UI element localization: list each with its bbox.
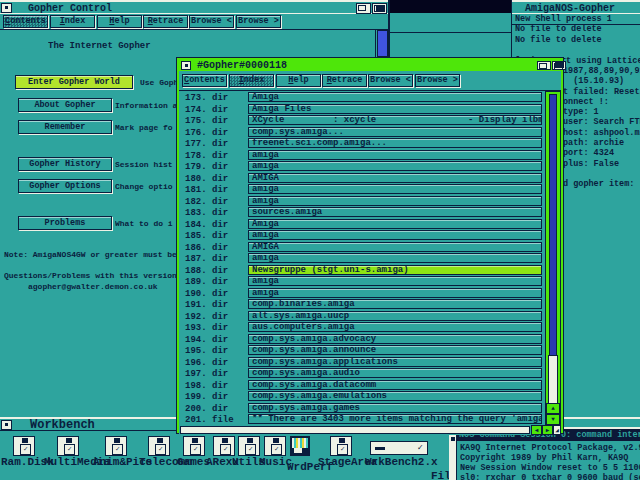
item-title[interactable]: comp.sys.amiga.games: [248, 403, 542, 413]
list-vscrollbar[interactable]: ▲ ▼: [545, 91, 561, 425]
menu-button-contents[interactable]: Contents: [182, 74, 227, 87]
item-number: 184. dir: [185, 220, 228, 230]
menu-button-browse->[interactable]: Browse >: [415, 74, 460, 87]
music-disk-icon[interactable]: [264, 436, 286, 456]
item-title[interactable]: AMIGA: [248, 242, 542, 252]
list-zoom-gadget-icon[interactable]: [537, 61, 551, 70]
item-title[interactable]: comp.sys.amiga.audio: [248, 368, 542, 378]
console-output: KA9Q Internet Protocol Package, v2.9K ( …: [460, 443, 640, 480]
item-title[interactable]: comp.sys.amiga.announce: [248, 345, 542, 355]
item-title[interactable]: ** There are 3403 more items matching th…: [248, 414, 542, 424]
backdrop-window-border-line: [388, 32, 512, 33]
item-number: 185. dir: [185, 231, 228, 241]
item-number: 181. dir: [185, 185, 228, 195]
multimedia-disk-icon[interactable]: [57, 436, 79, 456]
screen: AmigaNOS-Gopher New Shell process 1 No f…: [0, 0, 640, 480]
action-description: Mark page fo: [115, 123, 173, 132]
telecomm-disk-icon[interactable]: [148, 436, 170, 456]
ram-disk-disk-icon[interactable]: [13, 436, 35, 456]
item-title[interactable]: amiga: [248, 276, 542, 286]
item-title[interactable]: AMIGA: [248, 173, 542, 183]
item-title[interactable]: comp.binaries.amiga: [248, 299, 542, 309]
item-title[interactable]: comp.sys.amiga.emulations: [248, 391, 542, 401]
problems-button[interactable]: Problems: [18, 216, 112, 230]
list-titlebar[interactable]: #Gopher#0000118: [179, 60, 561, 71]
menu-button-retrace[interactable]: Retrace: [322, 74, 367, 87]
scroll-down-arrow-icon[interactable]: ▼: [546, 414, 560, 425]
item-number: 182. dir: [185, 197, 228, 207]
item-title[interactable]: amiga: [248, 196, 542, 206]
scroll-right-arrow-icon[interactable]: ▶: [542, 425, 553, 435]
workbench-close-icon[interactable]: [1, 420, 12, 430]
item-number: 189. dir: [185, 277, 228, 287]
anim-pics-disk-icon[interactable]: [105, 436, 127, 456]
list-hscroll-thumb[interactable]: [180, 426, 530, 434]
action-description: Information a: [115, 101, 177, 110]
partial-icon-label: Fil: [431, 471, 451, 480]
item-number: 200. dir: [185, 404, 228, 414]
item-number: 173. dir: [185, 93, 228, 103]
menu-button-help[interactable]: Help: [276, 74, 321, 87]
amiganos-title: AmigaNOS-Gopher: [525, 3, 615, 14]
amiganos-titlebar[interactable]: AmigaNOS-Gopher: [512, 0, 640, 14]
item-title[interactable]: freenet.sci.comp.amiga...: [248, 138, 542, 148]
wrdperf-disk-icon[interactable]: [290, 436, 310, 456]
item-title[interactable]: amiga: [248, 161, 542, 171]
item-number: 199. dir: [185, 392, 228, 402]
utils-disk-icon[interactable]: [238, 436, 260, 456]
item-title[interactable]: comp.sys.amiga.datacomm: [248, 380, 542, 390]
enter-gopher-world-button[interactable]: Enter Gopher World: [15, 75, 133, 89]
item-number: 196. dir: [185, 358, 228, 368]
gopher-options-button[interactable]: Gopher Options: [18, 179, 112, 193]
gopher-list-window: #Gopher#0000118 ContentsIndexHelpRetrace…: [177, 58, 563, 433]
item-number: 175. dir: [185, 116, 228, 126]
console-drag-gadget2-icon[interactable]: [451, 437, 455, 441]
control-contact-line1: Questions/Problems with this version: [4, 271, 177, 280]
item-title[interactable]: Amiga: [248, 219, 542, 229]
list-depth-gadget-icon[interactable]: [552, 61, 566, 70]
menu-button-index[interactable]: Index: [229, 74, 274, 87]
item-title[interactable]: comp.sys.amiga...: [248, 127, 542, 137]
control-vscroll-thumb[interactable]: [377, 30, 388, 57]
resize-gadget-icon[interactable]: ◢: [553, 425, 561, 435]
control-note: Note: AmigaNOS4GW or greater must be: [4, 250, 177, 259]
action-description: Change optio: [115, 182, 173, 191]
item-title[interactable]: sources.amiga: [248, 207, 542, 217]
item-number: 195. dir: [185, 346, 228, 356]
item-number: 194. dir: [185, 335, 228, 345]
item-title[interactable]: comp.sys.amiga.applications: [248, 357, 542, 367]
about-gopher-button[interactable]: About Gopher: [18, 98, 112, 112]
item-number: 179. dir: [185, 162, 228, 172]
item-title[interactable]: aus.computers.amiga: [248, 322, 542, 332]
item-number: 177. dir: [185, 139, 228, 149]
icon-label: WrkBench2.x: [365, 457, 438, 468]
item-title[interactable]: amiga: [248, 184, 542, 194]
item-number: 178. dir: [185, 151, 228, 161]
item-number: 201. file: [185, 415, 234, 425]
item-title[interactable]: Amiga Files: [248, 104, 542, 114]
list-menubar: ContentsIndexHelpRetraceBrowse <Browse >: [179, 71, 561, 91]
wrkbench2-x-disk-icon[interactable]: [370, 441, 428, 455]
item-title[interactable]: amiga: [248, 230, 542, 240]
remember-button[interactable]: Remember: [18, 120, 112, 134]
list-hscrollbar[interactable]: ◀ ▶ ◢: [179, 425, 561, 435]
menu-button-browse-<[interactable]: Browse <: [368, 74, 413, 87]
item-number: 180. dir: [185, 174, 228, 184]
stagearea-disk-icon[interactable]: [330, 436, 352, 456]
item-title[interactable]: Amiga: [248, 92, 542, 102]
item-title[interactable]: comp.sys.amiga.advocacy: [248, 334, 542, 344]
item-title[interactable]: amiga: [248, 150, 542, 160]
control-contact-line2: agopher@gwalter.demon.co.uk: [28, 282, 158, 291]
item-title[interactable]: Newsgruppe (stgt.uni-s.amiga): [248, 265, 542, 275]
item-title[interactable]: XCycle : xcycle - Display ilbm pi: [248, 115, 542, 125]
item-title[interactable]: amiga: [248, 288, 542, 298]
gopher-history-button[interactable]: Gopher History: [18, 157, 112, 171]
item-title[interactable]: alt.sys.amiga.uucp: [248, 311, 542, 321]
item-title[interactable]: amiga: [248, 253, 542, 263]
scroll-up-arrow-icon[interactable]: ▲: [546, 403, 560, 414]
scroll-left-arrow-icon[interactable]: ◀: [531, 425, 542, 435]
list-vscroll-thumb[interactable]: [548, 355, 558, 404]
item-number: 188. dir: [185, 266, 228, 276]
list-close-icon[interactable]: [181, 61, 191, 70]
item-number: 198. dir: [185, 381, 228, 391]
